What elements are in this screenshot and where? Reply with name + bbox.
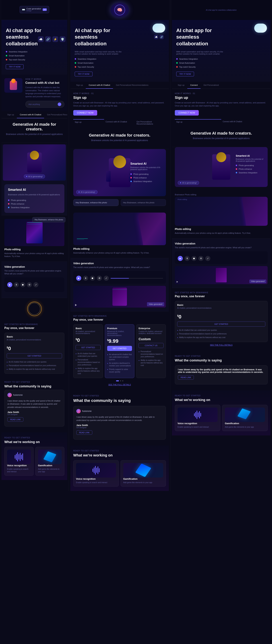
- role-1-left: UX Designer: [8, 414, 61, 416]
- vid-expand-mid[interactable]: ⤢: [104, 276, 109, 281]
- enterprise-card-mid: Enterprise Custom AI chatbot, advanced a…: [136, 324, 166, 378]
- step-person-mid[interactable]: Get Personalized Recommendations: [113, 82, 151, 89]
- bfr-1: An AI chatbot that can understand your q…: [177, 328, 265, 332]
- read-btn-r[interactable]: READ LINK: [178, 375, 194, 380]
- ai-char-arm-l: [106, 171, 110, 182]
- gamif-visual-mid: [123, 463, 164, 478]
- vid-stop-r[interactable]: ⏹: [192, 256, 196, 261]
- ask-send-button[interactable]: →: [58, 102, 61, 106]
- connect-now-btn[interactable]: CONNECT NOW: [73, 110, 97, 116]
- hero-title-mid: AI chat app for seamless collaboration: [75, 27, 122, 47]
- video-desc-r: The world's most powerful AI photo and v…: [175, 246, 268, 249]
- feat-label-1-mid: Seamless Integration: [78, 58, 96, 60]
- ask-anything-bar[interactable]: Ask anything →: [26, 101, 64, 108]
- smartest-ai-text-overlay: Smartest AI Brainwave unlocks the potent…: [130, 162, 163, 183]
- basic-amount-mid: $0: [76, 337, 101, 343]
- connect-chatbot-section: HOW IT WORKS Connect with AI chat bot Co…: [2, 74, 67, 111]
- read-btn-1-mid[interactable]: READ LINK: [76, 430, 92, 435]
- step-signup-mid[interactable]: Sign up: [73, 82, 86, 89]
- bpe-ui-label: Photo editing: [178, 198, 187, 200]
- try-now-btn-right[interactable]: TRY IT NOW: [176, 72, 194, 76]
- sr-step-2[interactable]: Connect: [187, 82, 200, 89]
- vid-play-mid[interactable]: ▶: [76, 276, 81, 281]
- try-it-now-button[interactable]: TRY IT NOW: [6, 64, 24, 69]
- photo-edit-title-r: Photo editing: [175, 228, 268, 230]
- step-connect-mid[interactable]: Connect with AI Chatbot: [86, 82, 113, 89]
- wwo-title-mid: What we're working on: [73, 453, 166, 458]
- connect-btn-r[interactable]: CONNECT NOW: [175, 110, 199, 116]
- gamif-title-r: Gamification: [225, 422, 265, 425]
- basic-f3-mid: Ability to explore the app and its featu…: [76, 367, 101, 376]
- voice-desc-left: Enable speaking to search and interact: [7, 468, 31, 473]
- photo-editing-title-left: Photo editing: [4, 248, 64, 251]
- overlay-feat-2: Photo enhance: [130, 176, 163, 180]
- neon-line-2: [27, 224, 42, 224]
- top-label-right: AI chat app for seamless collaboration: [206, 9, 237, 11]
- feat-3-r: Top-notch Security: [179, 66, 196, 68]
- basic-btn-mid[interactable]: GET STARTED: [76, 345, 101, 350]
- vid-pause-mid[interactable]: ⏸: [83, 276, 88, 281]
- vid-exp-r[interactable]: ⤢: [205, 256, 210, 261]
- vid-stop-mid[interactable]: ⏹: [90, 276, 95, 281]
- settings-button[interactable]: ⚙: [27, 282, 32, 287]
- feature-dot-2: [6, 55, 7, 56]
- feat-label-2-mid: Smart Automation: [78, 62, 94, 64]
- vid-play-r[interactable]: ▶: [178, 256, 183, 261]
- sr-step-3[interactable]: Get Personalized: [200, 82, 222, 89]
- robot-video-char: [26, 222, 42, 244]
- bfr-2: Personalized recommendations based on yo…: [177, 332, 265, 336]
- wave-4: [18, 454, 19, 460]
- play-button[interactable]: ▶: [7, 282, 12, 287]
- step-personalize[interactable]: Get Personalized Recommendations: [44, 111, 67, 118]
- vid-settings-mid[interactable]: ⚙: [97, 276, 102, 281]
- mini-step-1: Sign up: [73, 119, 104, 126]
- wvr-4: [198, 412, 198, 417]
- gamif-desc-left: Add game-like elements to your app: [38, 468, 62, 473]
- enterprise-btn-mid[interactable]: CONTACT US: [138, 343, 164, 348]
- photo-edit-visual-mid: [73, 212, 166, 245]
- cube-3d-mid: [135, 464, 151, 477]
- read-link-1-left[interactable]: READ LINK: [8, 417, 24, 422]
- vid-set-r[interactable]: ⚙: [198, 256, 204, 261]
- sr-step-1[interactable]: Sign up: [175, 82, 187, 89]
- play-triangle: [75, 304, 77, 306]
- chat-reply-text: Hey Brainwave, enhance this photo: [123, 202, 164, 204]
- code-gen-badge: ⌨️ Code generation Design pro: [20, 6, 49, 13]
- thumb-line: [112, 290, 127, 290]
- photo-edit-desc-mid: Automatically enhance your photos using …: [73, 251, 166, 254]
- video-gen-section-right: Video generation The world's most powerf…: [172, 238, 270, 288]
- voice-desc-mid: Enable speaking to search and interact: [76, 481, 116, 484]
- hero-desc-mid: With smart automation and top-notch secu…: [75, 50, 126, 55]
- premium-f2-mid: An analytics dashboard to monitor your c…: [107, 362, 132, 368]
- basic-feature-1: An AI chatbot that can understand your q…: [7, 360, 62, 364]
- enterprise-amount-mid: Custom: [138, 337, 164, 341]
- video-controls-r: ▶ ⏸ ⏹ ⚙ ⤢: [175, 251, 268, 264]
- ai-gen-text-mid: AI is generating!: [81, 191, 95, 193]
- try-now-button-mid[interactable]: TRY IT NOW: [75, 72, 92, 76]
- pause-button[interactable]: ⏸: [14, 282, 19, 287]
- step-signup[interactable]: Sign up: [4, 111, 17, 118]
- basic-get-started-button[interactable]: GET STARTED: [7, 353, 62, 358]
- basic-name-mid: Basic: [76, 327, 101, 330]
- chat-reply-card: Hey Brainwave, enhance this photo: [121, 199, 166, 206]
- test-card-r: I was blown away by the quality and spee…: [175, 365, 268, 384]
- vid-pause-r[interactable]: ⏸: [184, 256, 190, 261]
- feat-1-r: Seamless Integration: [179, 58, 198, 60]
- play-btn-r: [176, 281, 178, 283]
- see-details-link-mid[interactable]: SEE THE FULL DETAILS: [73, 384, 166, 386]
- smartest-ai-features: Photo generating Photo enhance Seamless …: [8, 198, 61, 209]
- code-gen-icon: ⌨️: [22, 8, 25, 11]
- expand-button[interactable]: ⤢: [33, 282, 38, 287]
- see-details-r[interactable]: SEE THE FULL DETAILS: [175, 344, 268, 346]
- company-name-1-mid: fusionone: [82, 410, 92, 412]
- step-connect[interactable]: Connect with AI Chatbot: [17, 111, 44, 118]
- gamif-title-mid: Gamification: [123, 478, 164, 480]
- dot-3-r: [176, 66, 178, 68]
- code-gen-badge-label: pro: [42, 8, 47, 11]
- ai-dot: [26, 176, 27, 177]
- basic-btn-r[interactable]: GET STARTED: [177, 322, 265, 326]
- pricing-title-mid: Pay once, use forever: [73, 318, 166, 321]
- premium-btn-mid[interactable]: GET STARTED: [107, 346, 132, 351]
- basic-price: $0: [7, 346, 62, 352]
- stop-button[interactable]: ⏹: [20, 282, 26, 287]
